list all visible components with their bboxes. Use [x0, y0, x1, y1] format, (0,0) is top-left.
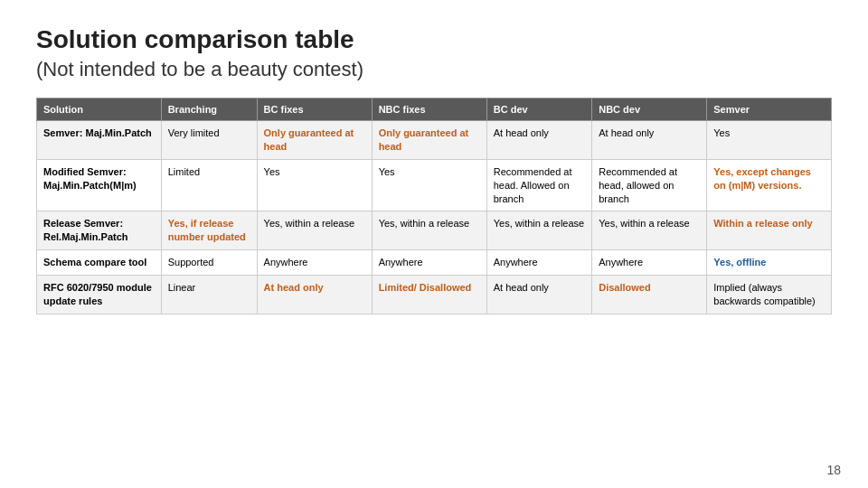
col-header-bcdev: BC dev: [486, 99, 591, 121]
cell-nbcfixes-3: Anywhere: [372, 250, 486, 276]
cell-semver-0: Yes: [707, 121, 832, 160]
table-row: Release Semver: Rel.Maj.Min.PatchYes, if…: [37, 211, 832, 250]
col-header-bcfixes: BC fixes: [257, 99, 372, 121]
cell-nbcfixes-4: Limited/ Disallowed: [372, 275, 486, 314]
cell-branching-3: Supported: [161, 250, 257, 276]
cell-semver-3: Yes, offline: [707, 250, 832, 276]
cell-solution-0: Semver: Maj.Min.Patch: [37, 121, 162, 160]
table-row: RFC 6020/7950 module update rulesLinearA…: [37, 275, 832, 314]
cell-bcdev-3: Anywhere: [486, 250, 591, 276]
col-header-branching: Branching: [161, 99, 257, 121]
cell-nbcdev-1: Recommended at head, allowed on branch: [592, 159, 707, 211]
cell-nbcdev-3: Anywhere: [592, 250, 707, 276]
page: Solution comparison table (Not intended …: [0, 0, 868, 333]
cell-branching-1: Limited: [161, 159, 257, 211]
cell-nbcdev-0: At head only: [592, 121, 707, 160]
cell-bcfixes-4: At head only: [257, 275, 372, 314]
cell-bcdev-2: Yes, within a release: [486, 211, 591, 250]
cell-bcfixes-0: Only guaranteed at head: [257, 121, 372, 160]
col-header-nbcdev: NBC dev: [592, 99, 707, 121]
cell-bcdev-4: At head only: [486, 275, 591, 314]
cell-nbcfixes-1: Yes: [372, 159, 486, 211]
page-subtitle: (Not intended to be a beauty contest): [36, 58, 832, 81]
cell-semver-1: Yes, except changes on (m|M) versions.: [707, 159, 832, 211]
col-header-semver: Semver: [707, 99, 832, 121]
cell-semver-2: Within a release only: [707, 211, 832, 250]
cell-solution-1: Modified Semver: Maj.Min.Patch(M|m): [37, 159, 162, 211]
cell-bcdev-0: At head only: [486, 121, 591, 160]
cell-solution-2: Release Semver: Rel.Maj.Min.Patch: [37, 211, 162, 250]
cell-branching-4: Linear: [161, 275, 257, 314]
cell-bcfixes-3: Anywhere: [257, 250, 372, 276]
cell-semver-4: Implied (always backwards compatible): [707, 275, 832, 314]
cell-nbcdev-2: Yes, within a release: [592, 211, 707, 250]
page-title: Solution comparison table: [36, 25, 832, 54]
comparison-table: Solution Branching BC fixes NBC fixes BC…: [36, 98, 832, 314]
cell-nbcfixes-0: Only guaranteed at head: [372, 121, 486, 160]
cell-branching-0: Very limited: [161, 121, 257, 160]
cell-bcfixes-2: Yes, within a release: [257, 211, 372, 250]
col-header-nbcfixes: NBC fixes: [372, 99, 486, 121]
table-header-row: Solution Branching BC fixes NBC fixes BC…: [37, 99, 832, 121]
table-row: Modified Semver: Maj.Min.Patch(M|m)Limit…: [37, 159, 832, 211]
cell-solution-4: RFC 6020/7950 module update rules: [37, 275, 162, 314]
cell-branching-2: Yes, if release number updated: [161, 211, 257, 250]
page-number: 18: [826, 463, 841, 477]
cell-nbcdev-4: Disallowed: [592, 275, 707, 314]
col-header-solution: Solution: [37, 99, 162, 121]
cell-bcfixes-1: Yes: [257, 159, 372, 211]
cell-nbcfixes-2: Yes, within a release: [372, 211, 486, 250]
cell-bcdev-1: Recommended at head. Allowed on branch: [486, 159, 591, 211]
table-row: Semver: Maj.Min.PatchVery limitedOnly gu…: [37, 121, 832, 160]
table-row: Schema compare toolSupportedAnywhereAnyw…: [37, 250, 832, 276]
cell-solution-3: Schema compare tool: [37, 250, 162, 276]
